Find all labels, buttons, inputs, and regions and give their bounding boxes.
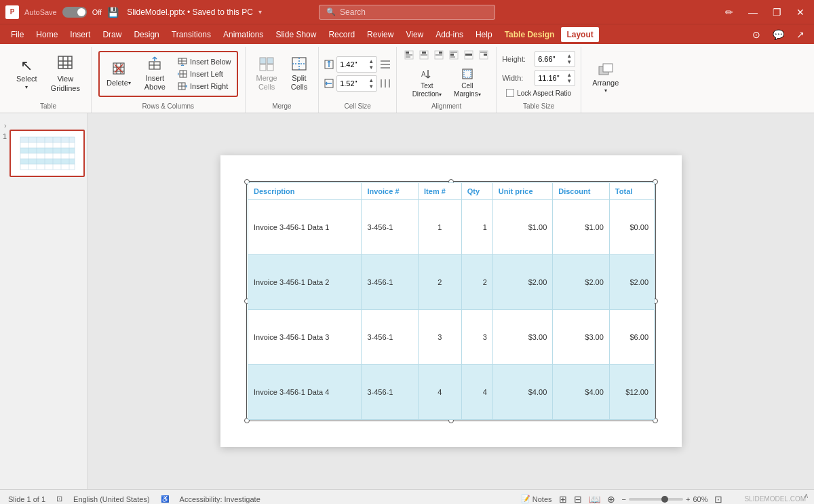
table-height-down[interactable]: ▼ (566, 59, 572, 65)
rows-columns-label: Rows & Columns (142, 100, 194, 110)
select-button[interactable]: ↖ Select ▾ (11, 56, 43, 93)
menu-help[interactable]: Help (470, 27, 498, 42)
autosave-toggle[interactable] (62, 7, 87, 18)
zoom-in-btn[interactable]: + (686, 495, 690, 503)
insert-below-button[interactable]: Insert Below (174, 56, 235, 67)
height-input[interactable]: 1.42" ▲ ▼ (336, 56, 377, 73)
width-down[interactable]: ▼ (368, 83, 374, 90)
height-up[interactable]: ▲ (368, 58, 374, 64)
arrange-icon (598, 61, 614, 77)
menu-draw[interactable]: Draw (97, 27, 127, 42)
table-width-up[interactable]: ▲ (566, 72, 572, 78)
select-icon: ↖ (20, 58, 33, 73)
arrange-button[interactable]: Arrange▾ (587, 58, 624, 97)
align-mid-left-btn[interactable] (447, 48, 461, 62)
text-direction-icon: A (420, 67, 433, 81)
menu-slideshow[interactable]: Slide Show (270, 27, 322, 42)
restore-button[interactable]: ❐ (769, 5, 786, 19)
normal-view-btn[interactable]: ⊞ (559, 494, 567, 505)
menu-transitions[interactable]: Transitions (166, 27, 216, 42)
svg-rect-37 (267, 58, 273, 64)
delete-label: Delete (106, 79, 128, 87)
reading-view-btn[interactable]: 📖 (589, 494, 600, 505)
fit-slide-icon[interactable]: ⊡ (56, 495, 62, 503)
svg-line-35 (187, 86, 187, 88)
menu-view[interactable]: View (400, 27, 429, 42)
svg-text:A: A (421, 71, 426, 78)
ribbon-group-table-size: Height: 6.66" ▲ ▼ Width: 11.16" ▲ ▼ (497, 47, 581, 113)
app-logo: P (5, 5, 19, 19)
width-up[interactable]: ▲ (368, 77, 374, 83)
table-width-down[interactable]: ▼ (566, 78, 572, 84)
ribbon-collapse-button[interactable]: ∧ (804, 490, 809, 500)
split-cells-button[interactable]: SplitCells (286, 54, 313, 94)
cell-total-1: $0.00 (609, 200, 654, 255)
insert-above-button[interactable]: InsertAbove (139, 54, 171, 94)
cell-margins-button[interactable]: CellMargins▾ (450, 66, 485, 100)
record-icon[interactable]: ⊙ (748, 26, 764, 43)
menu-insert[interactable]: Insert (64, 27, 96, 42)
height-down[interactable]: ▼ (368, 64, 374, 71)
width-spinners[interactable]: ▲ ▼ (368, 77, 374, 90)
lock-aspect-checkbox[interactable] (506, 89, 514, 97)
pen-icon[interactable]: ✏ (721, 5, 737, 19)
close-button[interactable]: ✕ (792, 5, 809, 19)
slide-thumbnail[interactable] (9, 130, 85, 177)
filename-arrow[interactable]: ▾ (258, 8, 262, 16)
align-top-left-btn[interactable] (402, 48, 416, 62)
table-width-input[interactable]: 11.16" ▲ ▼ (535, 70, 575, 86)
cell-qty-3: 3 (461, 310, 492, 365)
align-top-right-btn[interactable] (432, 48, 446, 62)
width-input[interactable]: 1.52" ▲ ▼ (336, 75, 377, 92)
ribbon-group-arrange: Arrange▾ (581, 47, 629, 113)
slide-sorter-btn[interactable]: ⊟ (574, 494, 582, 505)
table-width-spinners[interactable]: ▲ ▼ (566, 72, 572, 84)
lock-aspect-row: Lock Aspect Ratio (506, 89, 571, 97)
menu-addins[interactable]: Add-ins (430, 27, 469, 42)
slide-canvas[interactable]: Description Invoice # Item # Qty Unit pr… (220, 155, 682, 447)
align-top-center-btn[interactable] (417, 48, 431, 62)
menu-animations[interactable]: Animations (218, 27, 269, 42)
menu-review[interactable]: Review (362, 27, 399, 42)
share-icon[interactable]: ↗ (792, 26, 809, 43)
merge-cells-button[interactable]: MergeCells (251, 54, 283, 94)
table-height-up[interactable]: ▲ (566, 53, 572, 59)
menu-table-design[interactable]: Table Design (499, 27, 560, 42)
title-bar-left: P AutoSave Off 💾 SlideModel.pptx • Saved… (5, 5, 273, 19)
title-bar-center: 🔍 Search (273, 5, 541, 20)
slide-1-wrapper: 1 (3, 130, 85, 177)
save-icon[interactable]: 💾 (107, 7, 119, 18)
presenter-view-btn[interactable]: ⊕ (607, 494, 615, 505)
height-spinners[interactable]: ▲ ▼ (368, 58, 374, 71)
zoom-thumb[interactable] (661, 496, 668, 503)
cell-qty-2: 2 (461, 255, 492, 310)
status-bar-right: 📝 Notes ⊞ ⊟ 📖 ⊕ − + 60% ⊡ (521, 494, 723, 505)
text-direction-button[interactable]: A TextDirection▾ (408, 66, 446, 100)
insert-left-button[interactable]: Insert Left (174, 69, 235, 79)
logo-text: P (10, 8, 15, 16)
zoom-out-btn[interactable]: − (622, 495, 626, 503)
insert-right-label: Insert Right (190, 82, 228, 90)
view-gridlines-button[interactable]: ViewGridlines (45, 52, 85, 95)
menu-file[interactable]: File (5, 27, 29, 42)
notes-button[interactable]: 📝 Notes (521, 495, 552, 503)
menu-record[interactable]: Record (323, 27, 360, 42)
svg-rect-81 (464, 71, 471, 77)
align-mid-right-btn[interactable] (477, 48, 490, 62)
zoom-track[interactable] (629, 498, 683, 501)
minimize-button[interactable]: — (744, 5, 762, 19)
menu-layout[interactable]: Layout (561, 27, 598, 42)
comment-icon[interactable]: 💬 (769, 26, 788, 43)
align-mid-center-btn[interactable] (462, 48, 476, 62)
menu-home[interactable]: Home (31, 27, 63, 42)
cell-discount-3: $3.00 (553, 310, 610, 365)
search-box[interactable]: 🔍 Search (319, 5, 495, 20)
select-arrow: ▾ (25, 84, 28, 90)
table-height-input[interactable]: 6.66" ▲ ▼ (535, 51, 575, 67)
table-height-spinners[interactable]: ▲ ▼ (566, 53, 572, 65)
fit-page-btn[interactable]: ⊡ (714, 494, 722, 505)
table-container[interactable]: Description Invoice # Item # Qty Unit pr… (248, 182, 655, 420)
insert-right-button[interactable]: Insert Right (174, 81, 235, 92)
delete-button[interactable]: Delete ▾ (101, 54, 136, 94)
menu-design[interactable]: Design (128, 27, 164, 42)
